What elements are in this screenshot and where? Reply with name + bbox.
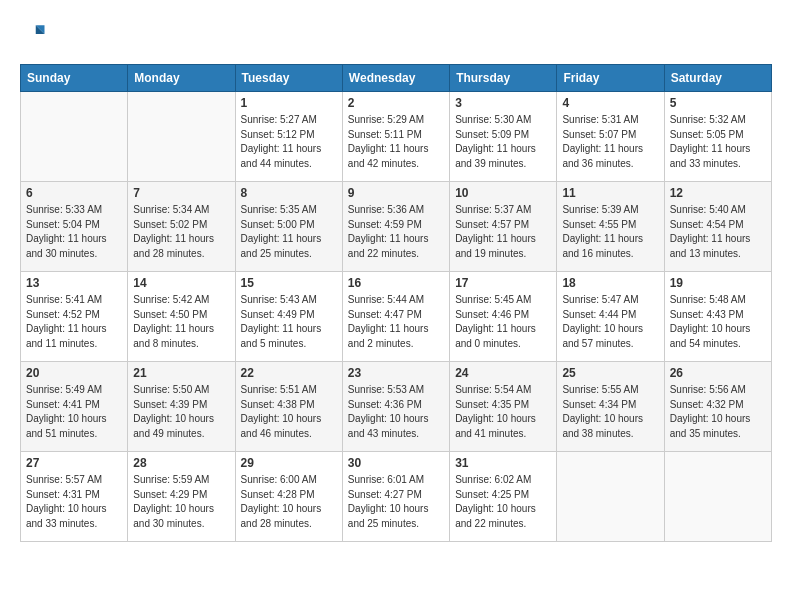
- calendar-cell: [557, 452, 664, 542]
- day-info: Sunrise: 5:48 AM Sunset: 4:43 PM Dayligh…: [670, 293, 766, 351]
- calendar-cell: 7Sunrise: 5:34 AM Sunset: 5:02 PM Daylig…: [128, 182, 235, 272]
- day-info: Sunrise: 5:45 AM Sunset: 4:46 PM Dayligh…: [455, 293, 551, 351]
- calendar-cell: 31Sunrise: 6:02 AM Sunset: 4:25 PM Dayli…: [450, 452, 557, 542]
- day-info: Sunrise: 6:00 AM Sunset: 4:28 PM Dayligh…: [241, 473, 337, 531]
- day-number: 12: [670, 186, 766, 200]
- day-number: 23: [348, 366, 444, 380]
- calendar-cell: 13Sunrise: 5:41 AM Sunset: 4:52 PM Dayli…: [21, 272, 128, 362]
- day-number: 7: [133, 186, 229, 200]
- day-info: Sunrise: 5:51 AM Sunset: 4:38 PM Dayligh…: [241, 383, 337, 441]
- day-number: 4: [562, 96, 658, 110]
- day-number: 26: [670, 366, 766, 380]
- day-number: 28: [133, 456, 229, 470]
- calendar-cell: 3Sunrise: 5:30 AM Sunset: 5:09 PM Daylig…: [450, 92, 557, 182]
- calendar-cell: 8Sunrise: 5:35 AM Sunset: 5:00 PM Daylig…: [235, 182, 342, 272]
- day-number: 11: [562, 186, 658, 200]
- day-info: Sunrise: 5:33 AM Sunset: 5:04 PM Dayligh…: [26, 203, 122, 261]
- calendar-cell: 21Sunrise: 5:50 AM Sunset: 4:39 PM Dayli…: [128, 362, 235, 452]
- calendar-week-row: 27Sunrise: 5:57 AM Sunset: 4:31 PM Dayli…: [21, 452, 772, 542]
- calendar-day-header: Monday: [128, 65, 235, 92]
- calendar-cell: 28Sunrise: 5:59 AM Sunset: 4:29 PM Dayli…: [128, 452, 235, 542]
- day-info: Sunrise: 5:54 AM Sunset: 4:35 PM Dayligh…: [455, 383, 551, 441]
- calendar-cell: 18Sunrise: 5:47 AM Sunset: 4:44 PM Dayli…: [557, 272, 664, 362]
- calendar-cell: 27Sunrise: 5:57 AM Sunset: 4:31 PM Dayli…: [21, 452, 128, 542]
- day-info: Sunrise: 5:53 AM Sunset: 4:36 PM Dayligh…: [348, 383, 444, 441]
- calendar-cell: 30Sunrise: 6:01 AM Sunset: 4:27 PM Dayli…: [342, 452, 449, 542]
- day-number: 13: [26, 276, 122, 290]
- calendar-header-row: SundayMondayTuesdayWednesdayThursdayFrid…: [21, 65, 772, 92]
- day-number: 25: [562, 366, 658, 380]
- calendar-day-header: Wednesday: [342, 65, 449, 92]
- calendar-cell: 22Sunrise: 5:51 AM Sunset: 4:38 PM Dayli…: [235, 362, 342, 452]
- day-info: Sunrise: 5:47 AM Sunset: 4:44 PM Dayligh…: [562, 293, 658, 351]
- calendar-day-header: Friday: [557, 65, 664, 92]
- day-info: Sunrise: 5:37 AM Sunset: 4:57 PM Dayligh…: [455, 203, 551, 261]
- day-info: Sunrise: 5:41 AM Sunset: 4:52 PM Dayligh…: [26, 293, 122, 351]
- day-number: 22: [241, 366, 337, 380]
- day-info: Sunrise: 5:55 AM Sunset: 4:34 PM Dayligh…: [562, 383, 658, 441]
- day-number: 30: [348, 456, 444, 470]
- day-number: 21: [133, 366, 229, 380]
- day-number: 20: [26, 366, 122, 380]
- calendar-day-header: Saturday: [664, 65, 771, 92]
- day-info: Sunrise: 5:31 AM Sunset: 5:07 PM Dayligh…: [562, 113, 658, 171]
- day-number: 6: [26, 186, 122, 200]
- calendar-cell: 11Sunrise: 5:39 AM Sunset: 4:55 PM Dayli…: [557, 182, 664, 272]
- day-number: 27: [26, 456, 122, 470]
- day-number: 1: [241, 96, 337, 110]
- calendar-cell: [128, 92, 235, 182]
- calendar-cell: 2Sunrise: 5:29 AM Sunset: 5:11 PM Daylig…: [342, 92, 449, 182]
- day-number: 2: [348, 96, 444, 110]
- calendar-cell: 5Sunrise: 5:32 AM Sunset: 5:05 PM Daylig…: [664, 92, 771, 182]
- calendar-body: 1Sunrise: 5:27 AM Sunset: 5:12 PM Daylig…: [21, 92, 772, 542]
- day-number: 18: [562, 276, 658, 290]
- day-info: Sunrise: 5:34 AM Sunset: 5:02 PM Dayligh…: [133, 203, 229, 261]
- day-info: Sunrise: 5:40 AM Sunset: 4:54 PM Dayligh…: [670, 203, 766, 261]
- day-info: Sunrise: 5:49 AM Sunset: 4:41 PM Dayligh…: [26, 383, 122, 441]
- day-info: Sunrise: 5:36 AM Sunset: 4:59 PM Dayligh…: [348, 203, 444, 261]
- day-info: Sunrise: 5:59 AM Sunset: 4:29 PM Dayligh…: [133, 473, 229, 531]
- page-header: [20, 20, 772, 48]
- day-info: Sunrise: 6:02 AM Sunset: 4:25 PM Dayligh…: [455, 473, 551, 531]
- day-number: 31: [455, 456, 551, 470]
- calendar-week-row: 1Sunrise: 5:27 AM Sunset: 5:12 PM Daylig…: [21, 92, 772, 182]
- logo-icon: [20, 20, 48, 48]
- day-info: Sunrise: 5:29 AM Sunset: 5:11 PM Dayligh…: [348, 113, 444, 171]
- day-info: Sunrise: 5:50 AM Sunset: 4:39 PM Dayligh…: [133, 383, 229, 441]
- day-info: Sunrise: 5:44 AM Sunset: 4:47 PM Dayligh…: [348, 293, 444, 351]
- day-info: Sunrise: 5:39 AM Sunset: 4:55 PM Dayligh…: [562, 203, 658, 261]
- calendar-cell: 26Sunrise: 5:56 AM Sunset: 4:32 PM Dayli…: [664, 362, 771, 452]
- calendar-cell: 15Sunrise: 5:43 AM Sunset: 4:49 PM Dayli…: [235, 272, 342, 362]
- calendar-cell: 17Sunrise: 5:45 AM Sunset: 4:46 PM Dayli…: [450, 272, 557, 362]
- day-info: Sunrise: 5:42 AM Sunset: 4:50 PM Dayligh…: [133, 293, 229, 351]
- calendar-day-header: Thursday: [450, 65, 557, 92]
- calendar-cell: 10Sunrise: 5:37 AM Sunset: 4:57 PM Dayli…: [450, 182, 557, 272]
- logo: [20, 20, 52, 48]
- calendar-day-header: Tuesday: [235, 65, 342, 92]
- day-info: Sunrise: 5:30 AM Sunset: 5:09 PM Dayligh…: [455, 113, 551, 171]
- day-number: 14: [133, 276, 229, 290]
- day-number: 15: [241, 276, 337, 290]
- calendar-week-row: 20Sunrise: 5:49 AM Sunset: 4:41 PM Dayli…: [21, 362, 772, 452]
- calendar-week-row: 13Sunrise: 5:41 AM Sunset: 4:52 PM Dayli…: [21, 272, 772, 362]
- calendar-cell: [21, 92, 128, 182]
- calendar-cell: 29Sunrise: 6:00 AM Sunset: 4:28 PM Dayli…: [235, 452, 342, 542]
- day-info: Sunrise: 5:32 AM Sunset: 5:05 PM Dayligh…: [670, 113, 766, 171]
- day-number: 9: [348, 186, 444, 200]
- day-number: 24: [455, 366, 551, 380]
- calendar-day-header: Sunday: [21, 65, 128, 92]
- calendar-cell: 4Sunrise: 5:31 AM Sunset: 5:07 PM Daylig…: [557, 92, 664, 182]
- calendar-cell: 16Sunrise: 5:44 AM Sunset: 4:47 PM Dayli…: [342, 272, 449, 362]
- day-number: 5: [670, 96, 766, 110]
- calendar-cell: 9Sunrise: 5:36 AM Sunset: 4:59 PM Daylig…: [342, 182, 449, 272]
- calendar-cell: [664, 452, 771, 542]
- day-number: 16: [348, 276, 444, 290]
- calendar-cell: 14Sunrise: 5:42 AM Sunset: 4:50 PM Dayli…: [128, 272, 235, 362]
- calendar-cell: 23Sunrise: 5:53 AM Sunset: 4:36 PM Dayli…: [342, 362, 449, 452]
- day-number: 10: [455, 186, 551, 200]
- day-number: 19: [670, 276, 766, 290]
- day-info: Sunrise: 5:56 AM Sunset: 4:32 PM Dayligh…: [670, 383, 766, 441]
- calendar-cell: 1Sunrise: 5:27 AM Sunset: 5:12 PM Daylig…: [235, 92, 342, 182]
- calendar-cell: 6Sunrise: 5:33 AM Sunset: 5:04 PM Daylig…: [21, 182, 128, 272]
- calendar-cell: 12Sunrise: 5:40 AM Sunset: 4:54 PM Dayli…: [664, 182, 771, 272]
